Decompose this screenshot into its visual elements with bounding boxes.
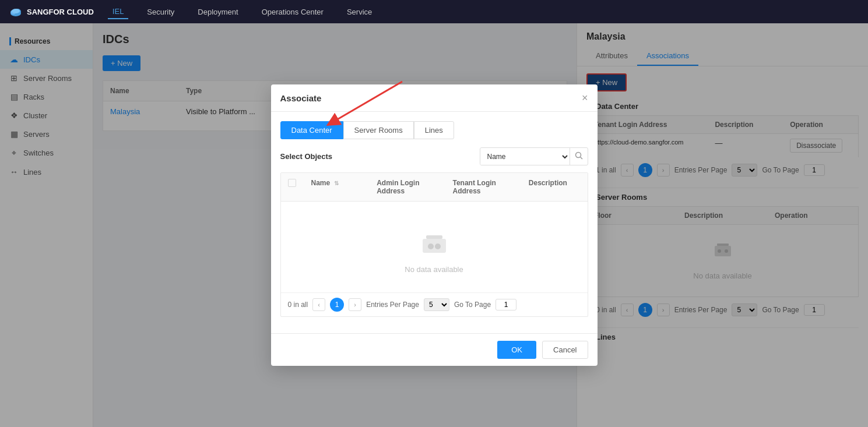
svg-line-11 <box>580 157 582 160</box>
ok-button[interactable]: OK <box>497 341 536 359</box>
modal-th-desc: Description <box>522 173 588 201</box>
header-checkbox[interactable] <box>288 179 296 187</box>
brand-logo: SANGFOR CLOUD <box>9 6 94 17</box>
modal-prev-page[interactable]: ‹ <box>312 298 325 311</box>
name-sort-icon[interactable]: ⇅ <box>334 180 339 186</box>
modal-th-name: Name ⇅ <box>304 173 370 201</box>
modal-tabs: Data Center Server Rooms Lines <box>280 121 588 139</box>
modal-body: Data Center Server Rooms Lines Select Ob… <box>271 112 598 333</box>
modal-page-1[interactable]: 1 <box>330 298 344 312</box>
modal-tab-lines[interactable]: Lines <box>414 121 454 139</box>
modal-footer: OK Cancel <box>271 333 598 366</box>
select-objects-label: Select Objects <box>280 152 333 161</box>
modal-pagination: 0 in all ‹ 1 › Entries Per Page 51020 Go… <box>281 292 588 316</box>
modal-goto-label: Go To Page <box>454 301 491 309</box>
top-navigation: SANGFOR CLOUD IEL Security Deployment Op… <box>0 0 868 23</box>
modal-next-page[interactable]: › <box>349 298 361 311</box>
nav-item-operations[interactable]: Operations Center <box>257 5 328 19</box>
svg-rect-13 <box>426 235 442 239</box>
svg-point-14 <box>428 244 434 249</box>
modal-tab-data-center[interactable]: Data Center <box>280 121 343 139</box>
modal-total: 0 in all <box>288 301 308 309</box>
filter-select-wrap: Name Admin Login Address Tenant Login Ad… <box>480 147 588 165</box>
modal-entries-select[interactable]: 51020 <box>424 298 449 311</box>
modal-table-header: Name ⇅ Admin Login Address Tenant Login … <box>281 173 588 202</box>
svg-rect-12 <box>423 239 446 253</box>
filter-search-button[interactable] <box>570 148 588 165</box>
modal-header: Associate × <box>271 84 598 112</box>
filter-type-select[interactable]: Name Admin Login Address Tenant Login Ad… <box>480 149 570 165</box>
svg-point-15 <box>435 244 441 249</box>
brand-name: SANGFOR CLOUD <box>27 8 94 16</box>
modal-title: Associate <box>280 93 322 103</box>
modal-table: Name ⇅ Admin Login Address Tenant Login … <box>280 172 588 317</box>
search-icon <box>575 151 583 160</box>
modal-overlay: Associate × Data Center Server Rooms Lin… <box>0 23 868 427</box>
cloud-logo-icon <box>9 6 22 17</box>
empty-text: No data available <box>405 265 463 274</box>
nav-item-security[interactable]: Security <box>142 5 179 19</box>
modal-goto-input[interactable] <box>496 299 516 310</box>
modal-tab-server-rooms[interactable]: Server Rooms <box>343 121 414 139</box>
modal-th-admin: Admin Login Address <box>370 173 445 201</box>
associate-modal: Associate × Data Center Server Rooms Lin… <box>271 84 598 366</box>
svg-point-3 <box>12 9 20 13</box>
nav-item-service[interactable]: Service <box>342 5 377 19</box>
no-data-illustration <box>420 230 448 255</box>
modal-close-button[interactable]: × <box>582 93 588 103</box>
modal-entries-label: Entries Per Page <box>366 301 419 309</box>
cancel-button[interactable]: Cancel <box>542 341 588 359</box>
empty-data-icon <box>420 230 448 260</box>
nav-item-iel[interactable]: IEL <box>108 5 129 19</box>
svg-point-10 <box>575 153 581 158</box>
modal-th-tenant: Tenant Login Address <box>446 173 522 201</box>
modal-empty-state: No data available <box>281 202 588 292</box>
nav-item-deployment[interactable]: Deployment <box>193 5 243 19</box>
filter-row: Select Objects Name Admin Login Address … <box>280 147 588 165</box>
modal-th-checkbox <box>281 173 304 201</box>
